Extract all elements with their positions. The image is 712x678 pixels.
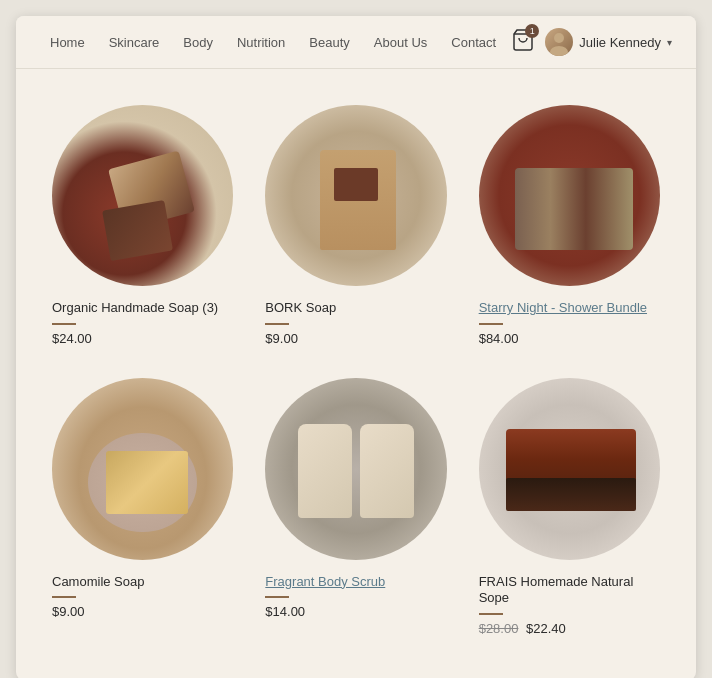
product-image — [265, 378, 446, 559]
product-card[interactable]: Fragrant Body Scrub $14.00 — [249, 366, 462, 656]
user-info[interactable]: Julie Kennedy ▾ — [545, 28, 672, 56]
product-card[interactable]: Organic Handmade Soap (3) $24.00 — [36, 93, 249, 366]
product-name: FRAIS Homemade Natural Sope — [479, 574, 660, 608]
product-price: $84.00 — [479, 331, 660, 346]
product-divider — [479, 323, 503, 325]
product-price: $14.00 — [265, 604, 446, 619]
product-card[interactable]: FRAIS Homemade Natural Sope $28.00 $22.4… — [463, 366, 676, 656]
chevron-down-icon: ▾ — [667, 37, 672, 48]
nav: Home Skincare Body Nutrition Beauty Abou… — [40, 29, 506, 56]
product-card[interactable]: Starry Night - Shower Bundle $84.00 — [463, 93, 676, 366]
product-image — [479, 378, 660, 559]
product-card[interactable]: BORK Soap $9.00 — [249, 93, 462, 366]
product-name[interactable]: Starry Night - Shower Bundle — [479, 300, 660, 317]
nav-body[interactable]: Body — [173, 29, 223, 56]
product-price: $24.00 — [52, 331, 233, 346]
nav-beauty[interactable]: Beauty — [299, 29, 359, 56]
original-price: $28.00 — [479, 621, 519, 636]
sale-price: $22.40 — [526, 621, 566, 636]
product-divider — [52, 323, 76, 325]
header-right: 1 Julie Kennedy ▾ — [511, 28, 672, 56]
product-image — [479, 105, 660, 286]
products-grid: Organic Handmade Soap (3) $24.00 BORK So… — [16, 69, 696, 678]
header: Home Skincare Body Nutrition Beauty Abou… — [16, 16, 696, 69]
product-divider — [265, 596, 289, 598]
product-price: $9.00 — [52, 604, 233, 619]
product-divider — [479, 613, 503, 615]
avatar — [545, 28, 573, 56]
product-image — [265, 105, 446, 286]
nav-contact[interactable]: Contact — [441, 29, 506, 56]
svg-point-2 — [550, 46, 568, 56]
nav-skincare[interactable]: Skincare — [99, 29, 170, 56]
user-name: Julie Kennedy — [579, 35, 661, 50]
product-divider — [265, 323, 289, 325]
product-card[interactable]: Camomile Soap $9.00 — [36, 366, 249, 656]
product-price: $28.00 $22.40 — [479, 621, 660, 636]
product-divider — [52, 596, 76, 598]
product-name: Camomile Soap — [52, 574, 233, 591]
svg-point-1 — [554, 33, 564, 43]
product-image — [52, 105, 233, 286]
nav-about-us[interactable]: About Us — [364, 29, 437, 56]
product-image — [52, 378, 233, 559]
cart-badge: 1 — [525, 24, 539, 38]
nav-nutrition[interactable]: Nutrition — [227, 29, 295, 56]
product-name: BORK Soap — [265, 300, 446, 317]
product-price: $9.00 — [265, 331, 446, 346]
product-name[interactable]: Fragrant Body Scrub — [265, 574, 446, 591]
page-wrapper: Home Skincare Body Nutrition Beauty Abou… — [16, 16, 696, 678]
product-name: Organic Handmade Soap (3) — [52, 300, 233, 317]
nav-home[interactable]: Home — [40, 29, 95, 56]
cart-icon[interactable]: 1 — [511, 28, 535, 56]
